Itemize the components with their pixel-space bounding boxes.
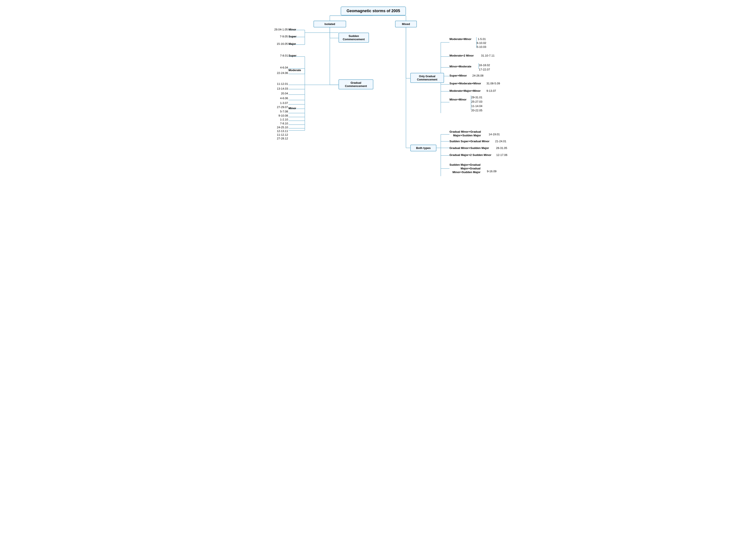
sudden-minor-label: Minor <box>289 28 296 31</box>
gradual-moderate-label: Moderate <box>289 68 301 72</box>
sudden-major-label: Major <box>289 42 296 45</box>
bt1-label: Gradual Minor+GradualMajor+Sudden Major <box>450 130 481 137</box>
og6-date: 9-13.07 <box>487 89 496 93</box>
bt4-label: Gradual Major+2 Sudden Minor <box>450 153 492 157</box>
bt4-date: 12-17.06 <box>496 153 507 157</box>
title-node: Geomagnetic storms of 2005 <box>341 6 406 16</box>
og3-d2: 17-22.07 <box>479 68 490 71</box>
bt5-date: 9-16.09 <box>487 169 496 173</box>
gm2: 13-14.03 <box>268 87 288 90</box>
gradual-super-date: 7-8.01 <box>271 54 288 57</box>
og1-d3: 5-10.03 <box>477 45 486 48</box>
only-gradual-node: Only Gradual Commencement <box>410 73 444 83</box>
og5-label: Super+Moderate+Minor <box>450 82 481 85</box>
both-types-node: Both types <box>410 145 436 152</box>
og7-label: Minor+Minor <box>450 98 467 101</box>
gm11: 24-25.10 <box>268 126 288 129</box>
gm1: 11-12.01 <box>268 82 288 85</box>
og3-d1: 16-18.02 <box>479 63 490 67</box>
og7-d4: 20-22.05 <box>471 109 482 112</box>
og1-d1: 1-5.01 <box>478 37 486 41</box>
gradual-node: Gradual Commencement <box>338 79 373 89</box>
gradual-super-label: Super <box>289 54 297 57</box>
og7-bracket <box>471 96 471 109</box>
og5-date: 31.08-5.09 <box>487 82 500 85</box>
og2-label: Moderate+2 Minor <box>450 54 474 57</box>
sudden-minor-date: 29.04-1.05 <box>268 28 288 31</box>
og4-date: 24-26.08 <box>472 74 483 77</box>
gradual-minor-label: Minor <box>289 106 296 110</box>
sudden-node: Sudden Commencement <box>338 33 369 43</box>
gm7: 5-7.08 <box>270 110 288 113</box>
diagram: Geomagnetic storms of 2005 Isolated Mixe… <box>267 4 484 189</box>
sudden-super-date: 7-9.05 <box>270 35 288 38</box>
isolated-node: Isolated <box>314 21 346 27</box>
bt3-date: 28-31.05 <box>496 146 507 149</box>
gradual-moderate-date2: 22-24.06 <box>268 71 288 75</box>
og4-label: Super+Minor <box>450 74 467 77</box>
connector-lines <box>267 4 484 189</box>
og3-bracket <box>478 63 479 69</box>
gm8: 9-10.08 <box>269 114 288 117</box>
gm13: 11-12.12 <box>268 133 288 136</box>
og7-d2: 25-27.03 <box>471 100 482 103</box>
og1-bracket <box>476 37 477 48</box>
gm6: 27-29.07 <box>268 105 288 109</box>
gm9: 1-2.10 <box>270 118 288 121</box>
bt2-label: Sudden Super+Gradual Minor <box>450 140 490 143</box>
bt2-date: 21-24.01 <box>495 140 506 143</box>
gm4: 4-6.06 <box>270 97 288 100</box>
og3-label: Minor+Moderate <box>450 65 471 68</box>
bt5-label: Sudden Major+GradualMajor+GradualMinor+S… <box>450 163 480 174</box>
gm3: 20.04 <box>271 92 288 95</box>
gm14: 27-28.12 <box>268 137 288 140</box>
og1-d2: 6-10.02 <box>477 41 486 45</box>
gm12: 12-13.11 <box>268 129 288 133</box>
og6-label: Moderate+Major+Minor <box>450 89 480 93</box>
og7-d3: 11-14.04 <box>471 104 482 108</box>
bt1-date: 14-19.01 <box>489 133 500 136</box>
bt3-label: Gradual Minor+Sudden Major <box>450 146 489 149</box>
gm5: 1-3.07 <box>270 101 288 105</box>
og2-date: 31.10-7.11 <box>481 54 494 57</box>
sudden-major-date: 15-16.05 <box>268 42 288 45</box>
gm10: 7-8.10 <box>270 122 288 125</box>
og1-label: Moderate+Minor <box>450 37 471 41</box>
gradual-moderate-date1: 4-6.04 <box>270 66 288 69</box>
sudden-super-label: Super <box>289 35 297 38</box>
mixed-node: Mixed <box>395 21 417 27</box>
og7-d1: 29-31.01 <box>471 96 482 99</box>
